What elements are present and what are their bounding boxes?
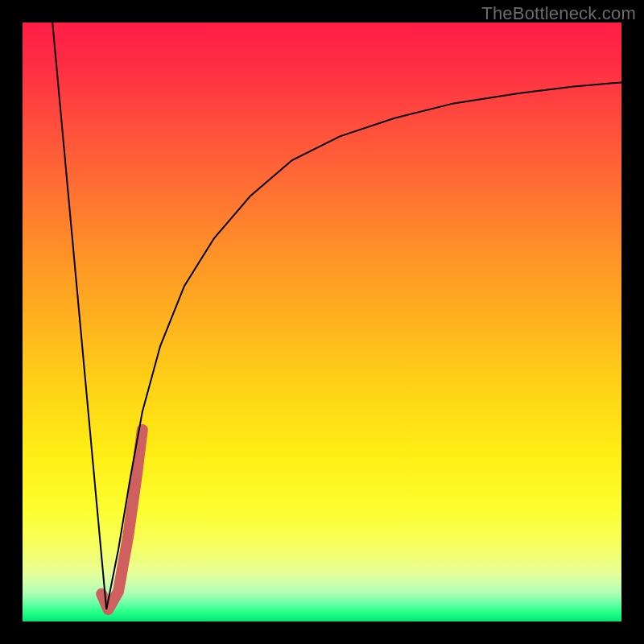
red-j-segment [101, 430, 142, 609]
chart-frame: TheBottleneck.com [0, 0, 644, 644]
plot-area [23, 23, 621, 621]
right-log-curve [106, 82, 621, 609]
left-descent-line [52, 23, 106, 609]
curve-layer [23, 23, 621, 621]
watermark-text: TheBottleneck.com [481, 3, 636, 24]
